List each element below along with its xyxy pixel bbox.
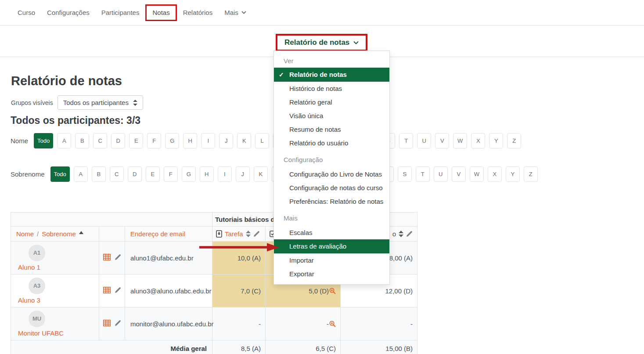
menu-item-relatorio-de-notas[interactable]: ✓ Relatório de notas — [274, 68, 389, 82]
task-average-cell: 8,5 (A) — [212, 340, 266, 354]
student-name-link[interactable]: Monitor UFABC — [18, 329, 64, 337]
sort-by-surname-link[interactable]: Sobrenome — [42, 230, 76, 238]
annotation-arrow — [198, 242, 280, 253]
letter-button[interactable]: I — [218, 166, 232, 182]
student-name-cell: MU Monitor UFABC — [11, 307, 99, 340]
menu-item-escalas[interactable]: Escalas — [274, 226, 389, 239]
zoom-in-grade-icon[interactable] — [329, 321, 336, 327]
pencil-icon[interactable] — [115, 254, 121, 260]
letter-button[interactable]: G — [165, 133, 179, 148]
task-column-link[interactable]: Tarefa — [225, 230, 243, 238]
sort-arrows-icon[interactable] — [399, 231, 403, 237]
letter-button[interactable]: Z — [507, 133, 521, 148]
nav-item-configuracoes[interactable]: Configurações — [47, 9, 90, 16]
nav-item-curso[interactable]: Curso — [18, 9, 35, 16]
letter-button[interactable]: T — [416, 166, 430, 182]
letter-button[interactable]: Y — [506, 166, 520, 182]
view-switcher-highlight-box: Relatório de notas — [276, 34, 367, 51]
menu-item-configuracao-notas-curso[interactable]: Configuração de notas do curso — [274, 181, 389, 195]
letter-button[interactable]: L — [255, 133, 269, 148]
letter-button[interactable]: I — [201, 133, 215, 148]
menu-item-relatorio-geral[interactable]: Relatório geral — [274, 95, 389, 109]
user-grades-grid-icon[interactable] — [103, 287, 111, 293]
letter-button[interactable]: F — [164, 166, 178, 182]
sort-by-name-link[interactable]: Nome — [16, 230, 34, 238]
menu-item-exportar[interactable]: Exportar — [274, 267, 389, 281]
sort-arrows-icon[interactable] — [246, 231, 251, 237]
sort-asc-caret-icon — [79, 231, 83, 234]
nav-item-notas[interactable]: Notas — [152, 9, 169, 16]
letter-button[interactable]: U — [434, 166, 448, 182]
letter-button[interactable]: G — [182, 166, 196, 182]
letter-button[interactable]: A — [74, 166, 88, 182]
menu-item-preferencias-relatorio[interactable]: Preferências: Relatório de notas — [274, 195, 389, 208]
overall-average-row: Média geral 8,5 (A) 6,5 (C) 15,00 (B) — [11, 340, 417, 354]
surname-all-button[interactable]: Todo — [50, 166, 70, 182]
student-name-link[interactable]: Aluno 1 — [18, 264, 40, 271]
letter-button[interactable]: D — [128, 166, 142, 182]
letter-button[interactable]: H — [183, 133, 197, 148]
letter-button[interactable]: Y — [489, 133, 503, 148]
letter-button[interactable]: E — [146, 166, 160, 182]
groups-label: Grupos visíveis — [11, 99, 53, 106]
email-column-header: Endereço de email — [125, 227, 212, 242]
letter-button[interactable]: V — [435, 133, 449, 148]
letter-button[interactable]: B — [92, 166, 106, 182]
letter-button[interactable]: V — [452, 166, 466, 182]
letter-button[interactable]: U — [417, 133, 431, 148]
avatar: A1 — [29, 245, 45, 261]
letter-button[interactable]: C — [93, 133, 107, 148]
name-column-header: Nome / Sobrenome — [11, 227, 99, 242]
letter-button[interactable]: B — [75, 133, 89, 148]
letter-button[interactable]: J — [219, 133, 233, 148]
letter-button[interactable]: Z — [524, 166, 538, 182]
avatar: A3 — [29, 278, 45, 294]
participants-heading: Todos os participantes: 3/3 — [11, 115, 140, 126]
user-grades-grid-icon[interactable] — [103, 254, 111, 260]
nav-item-relatorios[interactable]: Relatórios — [183, 9, 213, 16]
nav-item-participantes[interactable]: Participantes — [101, 9, 140, 16]
menu-item-importar[interactable]: Importar — [274, 253, 389, 267]
surname-filter-label: Sobrenome — [11, 170, 45, 178]
letter-button[interactable]: F — [147, 133, 161, 148]
sort-by-email-link[interactable]: Endereço de email — [130, 230, 185, 238]
pencil-icon[interactable] — [253, 231, 260, 237]
letter-button[interactable]: J — [236, 166, 250, 182]
groups-select[interactable]: Todos os participantes — [58, 95, 143, 110]
pencil-icon[interactable] — [406, 231, 413, 237]
menu-item-visao-unica[interactable]: Visão única — [274, 109, 389, 123]
avatar: MU — [29, 311, 45, 327]
pencil-icon[interactable] — [115, 320, 121, 326]
menu-item-historico-de-notas[interactable]: Histórico de notas — [274, 82, 389, 95]
row-controls-cell — [99, 307, 125, 340]
letter-button[interactable]: W — [453, 133, 467, 148]
firstname-all-button[interactable]: Todo — [34, 133, 53, 148]
letter-button[interactable]: W — [470, 166, 484, 182]
letter-button[interactable]: E — [129, 133, 143, 148]
letter-button[interactable]: K — [237, 133, 251, 148]
letter-button[interactable]: T — [399, 133, 413, 148]
letter-button[interactable]: S — [398, 166, 412, 182]
user-grades-grid-icon[interactable] — [103, 320, 111, 326]
menu-item-configuracao-livro-de-notas[interactable]: Configuração do Livro de Notas — [274, 167, 389, 181]
gradebook-view-menu: Ver ✓ Relatório de notas Histórico de no… — [273, 51, 390, 285]
letter-button[interactable]: H — [200, 166, 214, 182]
student-name-link[interactable]: Aluno 3 — [18, 296, 40, 304]
letter-button[interactable]: K — [254, 166, 268, 182]
controls-column-header — [99, 227, 125, 242]
zoom-in-grade-icon[interactable] — [329, 288, 336, 294]
view-switcher-button[interactable]: Relatório de notas — [277, 36, 366, 50]
letter-button[interactable]: X — [471, 133, 485, 148]
menu-item-resumo-de-notas[interactable]: Resumo de notas — [274, 123, 389, 136]
menu-item-letras-de-avaliacao[interactable]: Letras de avaliação — [274, 239, 389, 253]
menu-section-ver: Ver — [274, 54, 389, 68]
nav-item-mais[interactable]: Mais — [224, 9, 246, 16]
letter-button[interactable]: A — [57, 133, 71, 148]
menu-item-relatorio-do-usuario[interactable]: Relatório do usuário — [274, 136, 389, 150]
pencil-icon[interactable] — [115, 287, 121, 293]
letter-button[interactable]: D — [111, 133, 125, 148]
letter-button[interactable]: X — [488, 166, 502, 182]
row-controls-cell — [99, 275, 125, 307]
check-icon: ✓ — [279, 68, 284, 82]
letter-button[interactable]: C — [110, 166, 124, 182]
